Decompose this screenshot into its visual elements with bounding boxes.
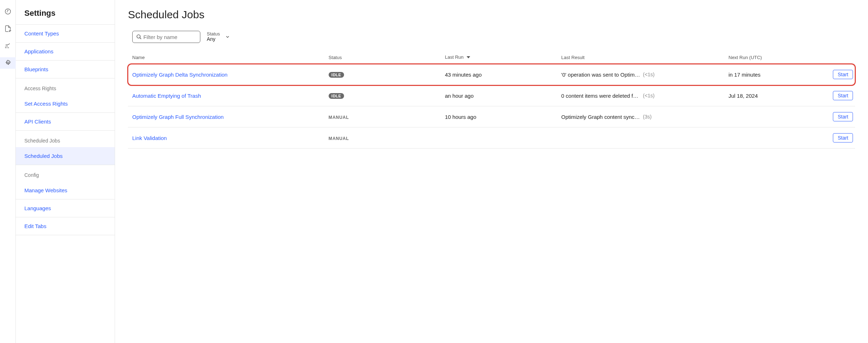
filter-input-wrap[interactable] (132, 31, 200, 43)
start-button[interactable]: Start (833, 133, 853, 142)
chevron-down-icon (225, 34, 230, 39)
job-name-link[interactable]: Optimizely Graph Delta Synchronization (132, 72, 228, 78)
status-filter-label: Status (207, 32, 220, 37)
result-duration: (<1s) (643, 72, 654, 77)
result-text: Optimizely Graph content synchro… (561, 114, 640, 120)
result-duration: (3s) (643, 114, 652, 120)
status-filter-dropdown[interactable]: Status Any (207, 32, 230, 42)
next-run-cell (724, 127, 819, 149)
svg-point-3 (137, 35, 140, 38)
col-nextrun[interactable]: Next Run (UTC) (724, 52, 819, 64)
edit-icon[interactable] (0, 23, 16, 34)
sidebar-item[interactable]: Blueprints (16, 61, 115, 78)
table-row: Automatic Emptying of TrashIDLEan hour a… (128, 85, 855, 106)
filter-bar: Status Any (128, 31, 855, 43)
status-badge: IDLE (329, 93, 344, 99)
analytics-icon[interactable] (0, 40, 16, 52)
table-row: Link ValidationMANUALStart (128, 127, 855, 149)
job-name-link[interactable]: Optimizely Graph Full Synchronization (132, 114, 224, 120)
col-lastrun[interactable]: Last Run (440, 52, 557, 64)
status-badge: IDLE (329, 72, 344, 78)
start-button[interactable]: Start (833, 70, 853, 79)
jobs-table: Name Status Last Run Last Result Next Ru… (128, 52, 855, 149)
status-filter-value: Any (207, 37, 220, 42)
next-run-cell: in 17 minutes (724, 64, 819, 85)
result-text: 0 content items were deleted fro… (561, 93, 640, 99)
sidebar-item[interactable]: Scheduled Jobs (16, 147, 115, 165)
job-name-link[interactable]: Link Validation (132, 135, 167, 141)
sidebar-item[interactable]: Manage Websites (16, 182, 115, 199)
last-run-cell: 43 minutes ago (440, 64, 557, 85)
icon-rail (0, 0, 16, 343)
sidebar-title: Settings (16, 0, 115, 25)
result-duration: (<1s) (643, 93, 654, 98)
dashboard-icon[interactable] (0, 6, 16, 17)
status-badge: MANUAL (329, 115, 349, 120)
col-status[interactable]: Status (324, 52, 441, 64)
sidebar-section-heading: Access Rights (16, 78, 115, 95)
last-run-cell: 10 hours ago (440, 106, 557, 127)
last-run-cell: an hour ago (440, 85, 557, 106)
status-badge: MANUAL (329, 136, 349, 141)
col-action (819, 52, 855, 64)
sidebar-item[interactable]: Edit Tabs (16, 217, 115, 235)
sidebar-item[interactable]: Content Types (16, 25, 115, 43)
start-button[interactable]: Start (833, 91, 853, 100)
main-content: Scheduled Jobs Status Any Name Status (115, 0, 868, 343)
result-text: '0' operation was sent to Optimiz… (561, 72, 640, 78)
page-title: Scheduled Jobs (128, 9, 855, 21)
table-row: Optimizely Graph Full SynchronizationMAN… (128, 106, 855, 127)
settings-icon[interactable] (0, 57, 16, 69)
filter-input[interactable] (143, 34, 196, 40)
svg-point-1 (8, 10, 8, 11)
job-name-link[interactable]: Automatic Emptying of Trash (132, 93, 201, 99)
sidebar-item[interactable]: Languages (16, 199, 115, 217)
search-icon (136, 34, 142, 40)
col-lastresult[interactable]: Last Result (557, 52, 724, 64)
last-run-cell (440, 127, 557, 149)
sidebar-item[interactable]: Applications (16, 43, 115, 61)
start-button[interactable]: Start (833, 112, 853, 121)
sidebar-section-heading: Scheduled Jobs (16, 131, 115, 147)
sidebar-section-heading: Config (16, 165, 115, 182)
next-run-cell: Jul 18, 2024 (724, 85, 819, 106)
sidebar: Settings Content TypesApplicationsBluepr… (16, 0, 115, 343)
next-run-cell (724, 106, 819, 127)
sidebar-item[interactable]: Set Access Rights (16, 95, 115, 113)
sort-desc-icon (466, 55, 471, 60)
col-name[interactable]: Name (128, 52, 324, 64)
sidebar-item[interactable]: API Clients (16, 113, 115, 131)
table-row: Optimizely Graph Delta SynchronizationID… (128, 64, 855, 85)
